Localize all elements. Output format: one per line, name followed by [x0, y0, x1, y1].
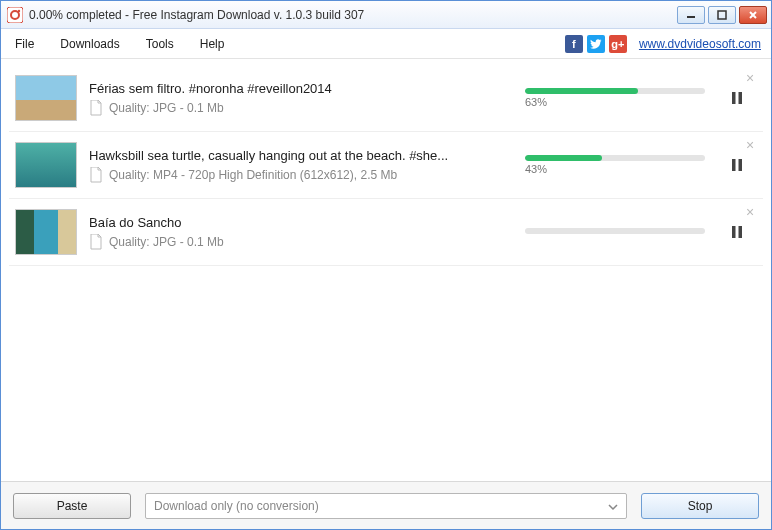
minimize-button[interactable]: [677, 6, 705, 24]
quality-text: Quality: JPG - 0.1 Mb: [109, 101, 224, 115]
progress-bar: [525, 228, 705, 234]
pause-button[interactable]: [725, 220, 749, 244]
menu-file[interactable]: File: [11, 35, 38, 53]
menu-items: File Downloads Tools Help: [11, 35, 228, 53]
quality-text: Quality: JPG - 0.1 Mb: [109, 235, 224, 249]
download-item: Férias sem filtro. #noronha #reveillon20…: [9, 65, 763, 132]
svg-rect-0: [7, 7, 23, 23]
svg-point-2: [18, 9, 20, 11]
maximize-button[interactable]: [708, 6, 736, 24]
svg-rect-8: [739, 92, 743, 104]
progress-bar: [525, 88, 705, 94]
download-list: Férias sem filtro. #noronha #reveillon20…: [1, 59, 771, 481]
svg-rect-4: [718, 11, 726, 19]
progress-bar: [525, 155, 705, 161]
pause-button[interactable]: [725, 86, 749, 110]
svg-rect-10: [739, 159, 743, 171]
menubar: File Downloads Tools Help f g+ www.dvdvi…: [1, 29, 771, 59]
quality-row: Quality: JPG - 0.1 Mb: [89, 100, 505, 116]
dropdown-value: Download only (no conversion): [154, 499, 319, 513]
app-icon: [7, 7, 23, 23]
app-window: 0.00% completed - Free Instagram Downloa…: [0, 0, 772, 530]
googleplus-icon[interactable]: g+: [609, 35, 627, 53]
chevron-down-icon: [608, 501, 618, 511]
close-button[interactable]: [739, 6, 767, 24]
remove-item-button[interactable]: ×: [743, 71, 757, 85]
menu-downloads[interactable]: Downloads: [56, 35, 123, 53]
progress: [525, 228, 705, 236]
progress-percent: 43%: [525, 163, 705, 175]
download-title: Férias sem filtro. #noronha #reveillon20…: [89, 81, 505, 96]
svg-rect-11: [732, 226, 736, 238]
download-info: Hawksbill sea turtle, casually hanging o…: [89, 148, 505, 183]
bottombar: Paste Download only (no conversion) Stop: [1, 481, 771, 529]
menu-help[interactable]: Help: [196, 35, 229, 53]
file-icon: [89, 167, 103, 183]
paste-button[interactable]: Paste: [13, 493, 131, 519]
pause-button[interactable]: [725, 153, 749, 177]
progress-percent: 63%: [525, 96, 705, 108]
twitter-icon[interactable]: [587, 35, 605, 53]
facebook-icon[interactable]: f: [565, 35, 583, 53]
window-controls: [677, 6, 767, 24]
download-title: Hawksbill sea turtle, casually hanging o…: [89, 148, 505, 163]
remove-item-button[interactable]: ×: [743, 138, 757, 152]
svg-rect-7: [732, 92, 736, 104]
thumbnail: [15, 75, 77, 121]
svg-rect-9: [732, 159, 736, 171]
progress: 63%: [525, 88, 705, 108]
download-info: Baía do Sancho Quality: JPG - 0.1 Mb: [89, 215, 505, 250]
website-link[interactable]: www.dvdvideosoft.com: [639, 37, 761, 51]
thumbnail: [15, 142, 77, 188]
titlebar: 0.00% completed - Free Instagram Downloa…: [1, 1, 771, 29]
download-info: Férias sem filtro. #noronha #reveillon20…: [89, 81, 505, 116]
download-item: Hawksbill sea turtle, casually hanging o…: [9, 132, 763, 199]
file-icon: [89, 234, 103, 250]
conversion-dropdown[interactable]: Download only (no conversion): [145, 493, 627, 519]
thumbnail: [15, 209, 77, 255]
quality-text: Quality: MP4 - 720p High Definition (612…: [109, 168, 397, 182]
remove-item-button[interactable]: ×: [743, 205, 757, 219]
social-links: f g+: [565, 35, 627, 53]
quality-row: Quality: MP4 - 720p High Definition (612…: [89, 167, 505, 183]
quality-row: Quality: JPG - 0.1 Mb: [89, 234, 505, 250]
stop-button[interactable]: Stop: [641, 493, 759, 519]
svg-rect-12: [739, 226, 743, 238]
menu-tools[interactable]: Tools: [142, 35, 178, 53]
file-icon: [89, 100, 103, 116]
download-title: Baía do Sancho: [89, 215, 505, 230]
download-item: Baía do Sancho Quality: JPG - 0.1 Mb ×: [9, 199, 763, 266]
window-title: 0.00% completed - Free Instagram Downloa…: [29, 8, 677, 22]
progress: 43%: [525, 155, 705, 175]
